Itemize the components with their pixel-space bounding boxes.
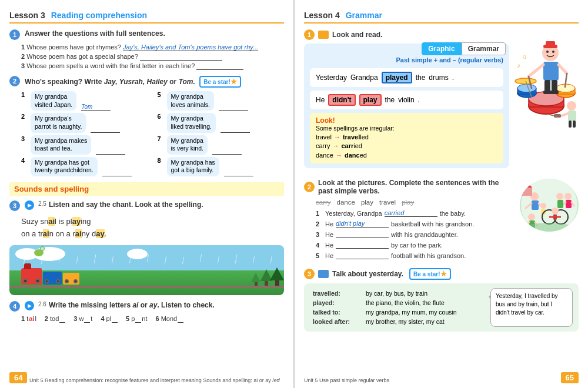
section-3-header: 3 ▶ 2.5 Listen and say the chant. Look a… [9, 200, 284, 211]
look-read-header: 1 Look and read. [304, 29, 509, 40]
left-page: Lesson 3 Reading comprehension 1 Answer … [0, 0, 295, 388]
svg-point-47 [528, 213, 535, 220]
audio-icon-3[interactable]: ▶ [25, 200, 34, 210]
fill-2: didn't play [336, 220, 389, 228]
audio-icon-4[interactable]: ▶ [25, 301, 34, 310]
verb-carry: carry [316, 199, 331, 206]
talk-key-3: talked to: [311, 308, 363, 316]
svg-rect-21 [544, 80, 550, 92]
missing-letters: 1 tail 2 tod 3 w t 4 pl 5 p [21, 315, 284, 323]
section-num-2-right: 2 [304, 182, 315, 192]
answer-3 [196, 62, 243, 70]
section-4-instruction: Write the missing letters ai or ay. List… [49, 301, 215, 309]
section-1-num: 1 [9, 29, 20, 40]
talk-row-1: travelled: by car, by bus, by train [311, 289, 485, 297]
speaking-text-4: My grandpa has gottwenty grandchildren. [31, 157, 98, 176]
svg-rect-26 [568, 111, 576, 121]
fill-sentence-3: He with his granddaughter. [316, 230, 515, 238]
look-title: Look! [316, 116, 497, 125]
left-lesson-number: Lesson 3 [9, 11, 45, 20]
svg-point-51 [522, 225, 527, 231]
irregular-travel: travel → travelled [316, 133, 497, 142]
talk-val-2: the piano, the violin, the flute [364, 299, 485, 307]
speaking-text-3: My grandpa makestoast and tea. [31, 135, 91, 155]
svg-rect-16 [543, 62, 559, 81]
speaking-item-3: 3 My grandpa makestoast and tea. [21, 135, 148, 155]
book-spread: Lesson 3 Reading comprehension 1 Answer … [0, 0, 588, 388]
page-footer-left: Unit 5 Reading comprehension: recognise … [29, 377, 280, 383]
section-2-right-instruction: Look at the pictures. Complete the sente… [318, 179, 515, 195]
speaking-item-8: 8 My grandpa hasgot a big family. [158, 157, 285, 176]
ml-item-4: 4 pl [101, 315, 118, 323]
section-2-right-header: 2 Look at the pictures. Complete the sen… [304, 179, 515, 195]
speaking-text-6: My grandpaliked travelling. [167, 113, 216, 132]
section-2-header: 2 Who's speaking? Write Jay, Yusrah, Hai… [9, 76, 284, 88]
svg-rect-31 [573, 121, 576, 128]
chant-text: Suzy snail is playing on a train on a ra… [21, 216, 284, 240]
sentence-2: He didn't play the violin . [310, 91, 503, 109]
activity-illustration [520, 179, 579, 232]
talk-val-1: by car, by bus, by train [364, 289, 485, 297]
question-1: Whose poems have got rhymes? Jay's, Hail… [21, 44, 284, 51]
speaking-item-5: 5 My grandpaloves animals. [158, 91, 285, 111]
talk-key-2: played: [311, 299, 363, 307]
irregular-dance: dance → danced [316, 151, 497, 160]
speaking-item-4: 4 My grandpa has gottwenty grandchildren… [21, 157, 148, 176]
svg-point-43 [552, 208, 559, 215]
train-car-2 [63, 273, 79, 285]
ml-item-5: 5 p nt [126, 315, 147, 323]
highlight-ay-1: ay [72, 217, 81, 226]
section-3-right: 3 Talk about yesterday. Be a star! ★ tra… [304, 268, 579, 332]
svg-rect-36 [532, 200, 539, 210]
talk-key-4: looked after: [311, 317, 363, 326]
verb-dance: dance [337, 199, 355, 206]
section-2-right: 2 Look at the pictures. Complete the sen… [304, 179, 579, 262]
svg-text:♪: ♪ [517, 61, 520, 69]
drums-illustration-area: ♪ ♫ [514, 29, 579, 174]
talk-row-3: talked to: my grandpa, my mum, my cousin [311, 308, 485, 316]
talk-row-4: looked after: my brother, my sister, my … [311, 317, 485, 326]
train-illustration [9, 245, 284, 295]
section-1-questions: Whose poems have got rhymes? Jay's, Hail… [21, 44, 284, 70]
ml-filled-1: ai [29, 315, 34, 322]
svg-point-52 [564, 193, 572, 200]
highlight-ai-1: ai [48, 217, 55, 226]
talk-key-1: travelled: [311, 289, 363, 297]
svg-point-14 [546, 51, 549, 53]
svg-text:♫: ♫ [522, 53, 527, 60]
page-number-right: 65 [561, 372, 579, 383]
tab-grammar[interactable]: Grammar [462, 42, 506, 55]
speaking-answer-2 [91, 126, 120, 133]
tab-graphic[interactable]: Graphic [422, 42, 461, 55]
talk-row-2: played: the piano, the violin, the flute [311, 299, 485, 307]
svg-rect-23 [543, 91, 552, 94]
look-read-section: Graphic Grammar Past simple + and – (reg… [304, 44, 509, 168]
section-4-num: 4 [9, 301, 20, 312]
speaking-text-7: My grandpais very kind. [167, 135, 208, 155]
page-number-left: 64 [9, 372, 27, 383]
section-1-header: 1 Answer the questions with full sentenc… [9, 29, 284, 40]
svg-line-17 [529, 65, 543, 76]
look-box: Look! Some spellings are irregular: trav… [310, 113, 503, 163]
speaking-text-8: My grandpa hasgot a big family. [167, 157, 219, 176]
fill-sentence-2: He didn't play basketball with his grand… [316, 220, 515, 228]
svg-line-27 [560, 113, 568, 116]
answer-1: Jay's, Hailey's and Tom's poems have got… [123, 44, 258, 51]
left-lesson-title: Reading comprehension [51, 11, 147, 20]
section-2: 2 Who's speaking? Write Jay, Yusrah, Hai… [9, 76, 284, 176]
section-3: 3 ▶ 2.5 Listen and say the chant. Look a… [9, 200, 284, 295]
svg-point-56 [556, 193, 563, 200]
audio-ref-4: 2.6 [38, 301, 46, 307]
svg-rect-30 [569, 121, 572, 128]
section-1: 1 Answer the questions with full sentenc… [9, 29, 284, 70]
fill-sentence-5: He football with his grandson. [316, 252, 515, 259]
snail [34, 249, 44, 256]
activity-svg [520, 179, 579, 232]
tree-3 [270, 267, 284, 286]
section-2-num: 2 [9, 76, 20, 86]
svg-rect-22 [552, 80, 557, 92]
speaking-answer-4 [102, 169, 132, 176]
ml-item-6: 6 Mond [156, 315, 184, 323]
speaking-item-6: 6 My grandpaliked travelling. [158, 113, 285, 132]
audio-ref-3: 2.5 [38, 200, 46, 207]
